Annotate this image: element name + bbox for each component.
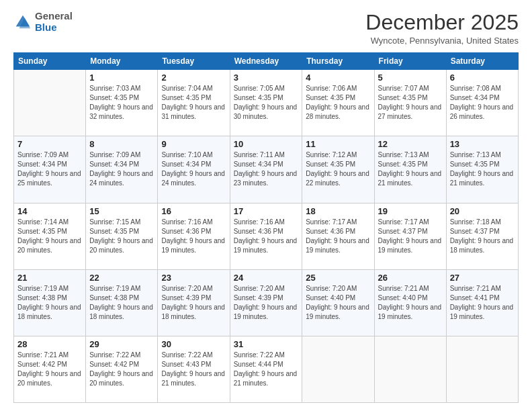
col-header-thursday: Thursday [302,53,374,70]
day-number: 31 [234,339,299,349]
calendar-cell [446,336,518,402]
logo-text: General Blue [35,11,73,33]
calendar-week-row: 21Sunrise: 7:19 AM Sunset: 4:38 PM Dayli… [14,269,519,336]
cell-info: Sunrise: 7:20 AM Sunset: 4:39 PM Dayligh… [234,284,299,322]
day-number: 23 [161,273,226,283]
day-number: 24 [234,273,299,283]
calendar-cell: 9Sunrise: 7:10 AM Sunset: 4:34 PM Daylig… [158,136,230,203]
calendar-cell: 11Sunrise: 7:12 AM Sunset: 4:35 PM Dayli… [302,136,374,203]
day-number: 22 [89,273,154,283]
calendar-cell: 27Sunrise: 7:21 AM Sunset: 4:41 PM Dayli… [446,269,518,336]
cell-info: Sunrise: 7:21 AM Sunset: 4:41 PM Dayligh… [450,284,515,322]
cell-info: Sunrise: 7:15 AM Sunset: 4:35 PM Dayligh… [89,218,154,255]
calendar-cell: 29Sunrise: 7:22 AM Sunset: 4:42 PM Dayli… [86,336,158,402]
calendar-cell: 3Sunrise: 7:05 AM Sunset: 4:35 PM Daylig… [230,70,302,136]
day-number: 8 [89,139,154,149]
calendar-cell: 17Sunrise: 7:16 AM Sunset: 4:36 PM Dayli… [230,203,302,269]
day-number: 16 [161,206,226,216]
day-number: 14 [17,206,82,216]
cell-info: Sunrise: 7:13 AM Sunset: 4:35 PM Dayligh… [450,150,515,188]
calendar-cell: 20Sunrise: 7:18 AM Sunset: 4:37 PM Dayli… [446,203,518,269]
day-number: 7 [17,139,82,149]
calendar-cell: 19Sunrise: 7:17 AM Sunset: 4:37 PM Dayli… [374,203,446,269]
calendar-week-row: 28Sunrise: 7:21 AM Sunset: 4:42 PM Dayli… [14,336,519,402]
day-number: 19 [378,206,443,216]
calendar-cell: 22Sunrise: 7:19 AM Sunset: 4:38 PM Dayli… [86,269,158,336]
day-number: 30 [161,339,226,349]
cell-info: Sunrise: 7:20 AM Sunset: 4:40 PM Dayligh… [306,284,370,322]
cell-info: Sunrise: 7:22 AM Sunset: 4:44 PM Dayligh… [234,351,299,388]
col-header-tuesday: Tuesday [158,53,230,70]
cell-info: Sunrise: 7:10 AM Sunset: 4:34 PM Dayligh… [161,150,226,188]
calendar-cell: 28Sunrise: 7:21 AM Sunset: 4:42 PM Dayli… [14,336,86,402]
cell-info: Sunrise: 7:21 AM Sunset: 4:42 PM Dayligh… [17,351,82,388]
title-block: December 2025 Wyncote, Pennsylvania, Uni… [365,11,519,46]
col-header-monday: Monday [86,53,158,70]
location: Wyncote, Pennsylvania, United States [365,36,519,46]
day-number: 15 [89,206,154,216]
calendar-cell: 31Sunrise: 7:22 AM Sunset: 4:44 PM Dayli… [230,336,302,402]
cell-info: Sunrise: 7:21 AM Sunset: 4:40 PM Dayligh… [378,284,443,322]
day-number: 6 [450,73,515,83]
logo-icon [13,13,32,32]
day-number: 4 [306,73,370,83]
day-number: 21 [17,273,82,283]
day-number: 10 [234,139,299,149]
cell-info: Sunrise: 7:08 AM Sunset: 4:34 PM Dayligh… [450,84,515,122]
calendar-cell [374,336,446,402]
day-number: 13 [450,139,515,149]
calendar-cell: 24Sunrise: 7:20 AM Sunset: 4:39 PM Dayli… [230,269,302,336]
calendar-cell: 4Sunrise: 7:06 AM Sunset: 4:35 PM Daylig… [302,70,374,136]
calendar-table: SundayMondayTuesdayWednesdayThursdayFrid… [13,52,519,403]
calendar-cell [302,336,374,402]
day-number: 5 [378,73,443,83]
calendar-cell: 6Sunrise: 7:08 AM Sunset: 4:34 PM Daylig… [446,70,518,136]
calendar-week-row: 14Sunrise: 7:14 AM Sunset: 4:35 PM Dayli… [14,203,519,269]
cell-info: Sunrise: 7:17 AM Sunset: 4:36 PM Dayligh… [306,218,370,255]
calendar-cell: 16Sunrise: 7:16 AM Sunset: 4:36 PM Dayli… [158,203,230,269]
logo-general: General [35,10,73,21]
calendar-week-row: 7Sunrise: 7:09 AM Sunset: 4:34 PM Daylig… [14,136,519,203]
calendar-cell: 2Sunrise: 7:04 AM Sunset: 4:35 PM Daylig… [158,70,230,136]
calendar-cell: 10Sunrise: 7:11 AM Sunset: 4:34 PM Dayli… [230,136,302,203]
cell-info: Sunrise: 7:22 AM Sunset: 4:43 PM Dayligh… [161,351,226,388]
day-number: 29 [89,339,154,349]
cell-info: Sunrise: 7:09 AM Sunset: 4:34 PM Dayligh… [89,150,154,188]
day-number: 11 [306,139,370,149]
calendar-cell: 8Sunrise: 7:09 AM Sunset: 4:34 PM Daylig… [86,136,158,203]
cell-info: Sunrise: 7:17 AM Sunset: 4:37 PM Dayligh… [378,218,443,255]
cell-info: Sunrise: 7:16 AM Sunset: 4:36 PM Dayligh… [234,218,299,255]
cell-info: Sunrise: 7:16 AM Sunset: 4:36 PM Dayligh… [161,218,226,255]
day-number: 2 [161,73,226,83]
cell-info: Sunrise: 7:07 AM Sunset: 4:35 PM Dayligh… [378,84,443,122]
cell-info: Sunrise: 7:13 AM Sunset: 4:35 PM Dayligh… [378,150,443,188]
day-number: 26 [378,273,443,283]
calendar-header-row: SundayMondayTuesdayWednesdayThursdayFrid… [14,53,519,70]
calendar-cell: 15Sunrise: 7:15 AM Sunset: 4:35 PM Dayli… [86,203,158,269]
logo: General Blue [13,11,73,33]
cell-info: Sunrise: 7:09 AM Sunset: 4:34 PM Dayligh… [17,150,82,188]
day-number: 9 [161,139,226,149]
calendar-cell: 14Sunrise: 7:14 AM Sunset: 4:35 PM Dayli… [14,203,86,269]
calendar-cell: 7Sunrise: 7:09 AM Sunset: 4:34 PM Daylig… [14,136,86,203]
calendar-page: General Blue December 2025 Wyncote, Penn… [0,0,532,411]
day-number: 1 [89,73,154,83]
col-header-wednesday: Wednesday [230,53,302,70]
calendar-cell: 12Sunrise: 7:13 AM Sunset: 4:35 PM Dayli… [374,136,446,203]
calendar-week-row: 1Sunrise: 7:03 AM Sunset: 4:35 PM Daylig… [14,70,519,136]
day-number: 3 [234,73,299,83]
day-number: 17 [234,206,299,216]
logo-blue: Blue [35,21,57,33]
calendar-cell: 26Sunrise: 7:21 AM Sunset: 4:40 PM Dayli… [374,269,446,336]
cell-info: Sunrise: 7:20 AM Sunset: 4:39 PM Dayligh… [161,284,226,322]
col-header-friday: Friday [374,53,446,70]
month-title: December 2025 [365,11,519,34]
cell-info: Sunrise: 7:12 AM Sunset: 4:35 PM Dayligh… [306,150,370,188]
calendar-cell: 30Sunrise: 7:22 AM Sunset: 4:43 PM Dayli… [158,336,230,402]
cell-info: Sunrise: 7:19 AM Sunset: 4:38 PM Dayligh… [89,284,154,322]
calendar-cell: 13Sunrise: 7:13 AM Sunset: 4:35 PM Dayli… [446,136,518,203]
cell-info: Sunrise: 7:14 AM Sunset: 4:35 PM Dayligh… [17,218,82,255]
cell-info: Sunrise: 7:19 AM Sunset: 4:38 PM Dayligh… [17,284,82,322]
day-number: 12 [378,139,443,149]
day-number: 25 [306,273,370,283]
